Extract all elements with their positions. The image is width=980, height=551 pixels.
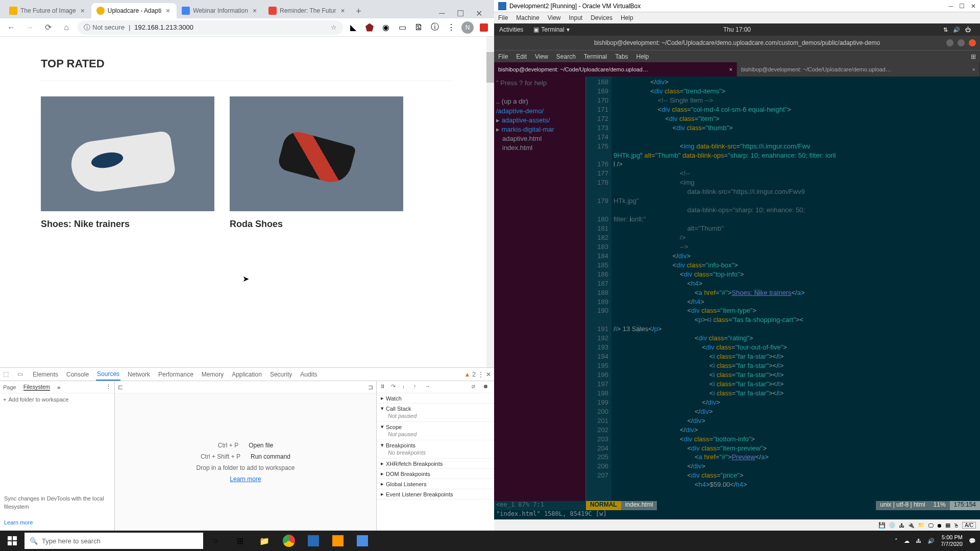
pause-icon[interactable]: ⏸ xyxy=(380,383,388,391)
dt-tab-elements[interactable]: Elements xyxy=(32,369,59,380)
close-icon[interactable]: × xyxy=(164,7,172,14)
hdd-icon[interactable]: 💾 xyxy=(878,522,886,529)
browser-tab-2[interactable]: Webinar Information× xyxy=(177,3,263,18)
close-icon[interactable]: ✕ xyxy=(486,371,491,378)
breakpoints-section[interactable]: ▾ Breakpoints xyxy=(381,442,490,448)
minimize-icon[interactable] xyxy=(946,39,953,46)
menu-file[interactable]: File xyxy=(498,14,508,21)
security-indicator[interactable]: ⓘ Not secure xyxy=(84,23,125,32)
new-tab-icon[interactable]: ⊞ xyxy=(971,53,976,60)
sidebar-toggle-icon[interactable]: ⊏ xyxy=(118,384,123,391)
tree-root[interactable]: /adaptive-demo/ xyxy=(496,107,583,116)
vim-editor[interactable]: " Press ? for help .. (up a dir) /adapti… xyxy=(494,77,980,501)
tree-dir[interactable]: adaptive-assets/ xyxy=(502,116,550,124)
menu-edit[interactable]: Edit xyxy=(516,53,527,60)
menu-file[interactable]: File xyxy=(498,53,508,60)
omnibox[interactable]: ⓘ Not secure | 192.168.1.213:3000 ☆ xyxy=(78,20,343,35)
mouse-icon[interactable]: 🖱 xyxy=(953,522,959,529)
notifications-icon[interactable]: 💬 xyxy=(969,538,976,544)
learn-more-link[interactable]: Learn more xyxy=(4,519,33,525)
avatar[interactable]: N xyxy=(461,21,474,34)
browser-tab-1[interactable]: Uploadcare - Adapti× xyxy=(91,3,177,18)
dt-tab-network[interactable]: Network xyxy=(127,369,151,380)
extension-icon[interactable] xyxy=(363,21,376,34)
close-icon[interactable]: × xyxy=(339,7,346,14)
onedrive-icon[interactable]: ☁ xyxy=(904,538,910,544)
terminal-tab[interactable]: bishibop@development: ~/Code/Uploadcare/… xyxy=(737,62,980,77)
app-icon[interactable] xyxy=(350,531,375,551)
product-card[interactable]: Shoes: Nike trainers xyxy=(41,96,214,230)
menu-icon[interactable]: ⋮ xyxy=(106,384,111,390)
close-icon[interactable]: × xyxy=(251,7,258,14)
minimize-icon[interactable]: ─ xyxy=(948,3,953,10)
extension-icon[interactable] xyxy=(478,21,490,34)
step-into-icon[interactable]: ↓ xyxy=(402,383,410,391)
step-over-icon[interactable]: ↷ xyxy=(391,383,399,391)
activities-button[interactable]: Activities xyxy=(499,26,523,33)
watch-section[interactable]: ▸ Watch xyxy=(381,395,490,402)
menu-view[interactable]: View xyxy=(535,53,548,60)
menu-terminal[interactable]: Terminal xyxy=(584,53,607,60)
home-button[interactable]: ⌂ xyxy=(59,20,74,35)
dt-tab-security[interactable]: Security xyxy=(269,369,293,380)
deactivate-bp-icon[interactable]: ⧄ xyxy=(472,383,480,391)
menu-input[interactable]: Input xyxy=(569,14,583,21)
chrome-icon[interactable] xyxy=(277,531,301,551)
code-area[interactable]: </div> <div class="trend-items"> <!-- Si… xyxy=(611,77,980,501)
virtualbox-icon[interactable] xyxy=(301,531,326,551)
cpu-icon[interactable]: ▦ xyxy=(945,522,950,529)
dt-tab-console[interactable]: Console xyxy=(65,369,90,380)
menu-help[interactable]: Help xyxy=(636,53,649,60)
reload-button[interactable]: ⟳ xyxy=(41,20,55,35)
learn-more-link[interactable]: Learn more xyxy=(230,475,261,483)
volume-icon[interactable]: 🔊 xyxy=(953,27,960,33)
tree-file[interactable]: adaptive.html xyxy=(496,134,583,143)
menu-search[interactable]: Search xyxy=(556,53,576,60)
terminal-tab[interactable]: bishibop@development: ~/Code/Uploadcare/… xyxy=(494,62,737,77)
dom-bp-section[interactable]: ▸ DOM Breakpoints xyxy=(381,470,490,477)
network-icon[interactable]: ⇅ xyxy=(943,27,948,33)
forward-button[interactable]: → xyxy=(22,20,37,35)
pause-exceptions-icon[interactable]: ⏺ xyxy=(483,383,491,391)
tray-chevron-icon[interactable]: ˄ xyxy=(895,538,898,544)
power-icon[interactable]: ⏻ xyxy=(965,27,971,33)
event-bp-section[interactable]: ▸ Event Listener Breakpoints xyxy=(381,491,490,497)
display-icon[interactable]: 🖵 xyxy=(928,522,934,529)
app-menu[interactable]: ▣ Terminal ▾ xyxy=(533,26,569,33)
extension-icon[interactable]: ▭ xyxy=(396,21,408,34)
maximize-icon[interactable]: ☐ xyxy=(959,3,965,10)
step-out-icon[interactable]: ↑ xyxy=(413,383,422,391)
app-icon[interactable] xyxy=(326,531,350,551)
browser-tab-0[interactable]: The Future of Image× xyxy=(4,3,91,18)
tree-up-dir[interactable]: .. (up a dir) xyxy=(496,97,583,106)
host-key[interactable]: A/C xyxy=(962,522,976,529)
menu-devices[interactable]: Devices xyxy=(591,14,612,21)
menu-icon[interactable]: ⋮ xyxy=(445,21,457,34)
close-icon[interactable]: ✕ xyxy=(472,8,486,18)
search-input[interactable]: 🔍 Type here to search xyxy=(24,533,203,549)
extension-icon[interactable]: ◉ xyxy=(380,21,392,34)
inspect-icon[interactable]: ⬚ xyxy=(3,370,11,379)
global-listeners-section[interactable]: ▸ Global Listeners xyxy=(381,481,490,487)
subtab-page[interactable]: Page xyxy=(3,384,16,390)
tree-file[interactable]: index.html xyxy=(496,143,583,153)
nerdtree-panel[interactable]: " Press ? for help .. (up a dir) /adapti… xyxy=(494,77,586,501)
star-icon[interactable]: ☆ xyxy=(331,23,337,31)
close-icon[interactable]: × xyxy=(79,7,86,14)
explorer-icon[interactable]: 📁 xyxy=(252,531,277,551)
dt-tab-application[interactable]: Application xyxy=(231,369,263,380)
extension-icon[interactable]: ◣ xyxy=(347,21,359,34)
browser-tab-3[interactable]: Reminder: The Futur× xyxy=(263,3,352,18)
system-clock[interactable]: 5:00 PM 7/7/2020 xyxy=(941,534,963,547)
device-icon[interactable]: ▭ xyxy=(17,370,26,379)
menu-view[interactable]: View xyxy=(548,14,561,21)
cortana-icon[interactable]: ○ xyxy=(203,531,228,551)
menu-icon[interactable]: ⋮ xyxy=(478,371,484,378)
close-icon[interactable] xyxy=(969,39,976,46)
vbox-titlebar[interactable]: Development2 [Running] - Oracle VM Virtu… xyxy=(494,0,980,12)
optical-icon[interactable]: 💿 xyxy=(889,522,896,529)
subtab-filesystem[interactable]: Filesystem xyxy=(23,384,51,391)
clock[interactable]: Thu 17:00 xyxy=(723,26,751,33)
menu-machine[interactable]: Machine xyxy=(516,14,539,21)
start-button[interactable] xyxy=(0,531,24,551)
